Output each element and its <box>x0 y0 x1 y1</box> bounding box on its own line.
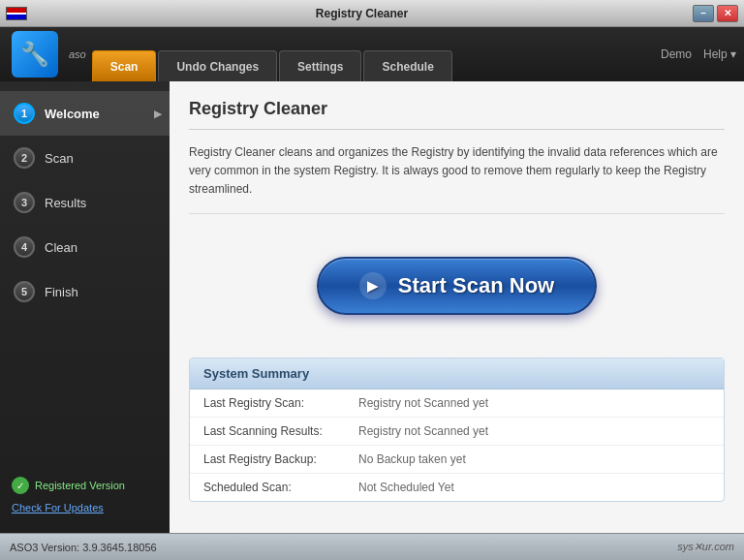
sidebar-label-finish: Finish <box>45 285 78 299</box>
content-description: Registry Cleaner cleans and organizes th… <box>189 143 725 214</box>
window-title: Registry Cleaner <box>31 7 693 20</box>
registered-label: Registered Version <box>35 480 125 491</box>
step-3-circle: 3 <box>14 192 35 213</box>
status-logo: sys✕ur.com <box>677 541 734 553</box>
system-summary: System Summary Last Registry Scan: Regis… <box>189 358 725 502</box>
registered-icon: ✓ <box>12 477 29 494</box>
sidebar-item-finish[interactable]: 5 Finish <box>0 269 170 314</box>
step-2-circle: 2 <box>14 147 35 169</box>
play-icon: ▶ <box>359 272 387 299</box>
summary-value-3: Not Scheduled Yet <box>358 481 454 494</box>
step-4-circle: 4 <box>14 236 35 258</box>
tab-schedule[interactable]: Schedule <box>363 50 451 81</box>
aso-label: aso <box>69 48 86 60</box>
summary-value-0: Registry not Scanned yet <box>358 396 488 410</box>
version-text: ASO3 Version: 3.9.3645.18056 <box>10 542 157 553</box>
sidebar-label-results: Results <box>45 196 86 210</box>
toolbar-tabs: Scan Undo Changes Settings Schedule <box>92 27 452 81</box>
flag-icon <box>6 7 27 20</box>
main-container: 1 Welcome 2 Scan 3 Results 4 Clean 5 Fin… <box>0 81 744 533</box>
summary-value-1: Registry not Scanned yet <box>358 424 488 438</box>
close-button[interactable]: ✕ <box>717 5 738 22</box>
tab-settings[interactable]: Settings <box>279 50 361 81</box>
start-scan-button[interactable]: ▶ Start Scan Now <box>317 257 597 315</box>
sidebar-item-clean[interactable]: 4 Clean <box>0 225 170 269</box>
sidebar-item-scan[interactable]: 2 Scan <box>0 136 170 180</box>
scan-button-label: Start Scan Now <box>398 273 554 298</box>
summary-header: System Summary <box>190 358 724 389</box>
content-area: Registry Cleaner Registry Cleaner cleans… <box>170 81 744 533</box>
summary-label-3: Scheduled Scan: <box>203 481 358 494</box>
logo-icon <box>12 31 58 78</box>
title-bar: Registry Cleaner – ✕ <box>0 0 744 27</box>
tab-scan[interactable]: Scan <box>92 50 157 81</box>
tab-undo-changes[interactable]: Undo Changes <box>158 50 277 81</box>
help-link[interactable]: Help ▾ <box>703 47 736 61</box>
demo-link[interactable]: Demo <box>661 47 692 61</box>
summary-label-2: Last Registry Backup: <box>203 452 358 466</box>
check-updates-link[interactable]: Check For Updates <box>12 502 158 513</box>
page-title: Registry Cleaner <box>189 99 725 130</box>
summary-row-3: Scheduled Scan: Not Scheduled Yet <box>190 474 724 501</box>
step-1-circle: 1 <box>14 103 35 124</box>
sidebar-label-welcome: Welcome <box>45 107 100 121</box>
summary-row-0: Last Registry Scan: Registry not Scanned… <box>190 389 724 418</box>
minimize-button[interactable]: – <box>693 5 714 22</box>
step-5-circle: 5 <box>14 281 35 302</box>
app-logo <box>8 28 61 81</box>
summary-row-2: Last Registry Backup: No Backup taken ye… <box>190 446 724 474</box>
sidebar-item-welcome[interactable]: 1 Welcome <box>0 91 170 136</box>
scan-button-container: ▶ Start Scan Now <box>189 228 725 344</box>
status-bar: ASO3 Version: 3.9.3645.18056 sys✕ur.com <box>0 533 744 560</box>
summary-label-1: Last Scanning Results: <box>203 424 358 438</box>
sidebar-item-results[interactable]: 3 Results <box>0 180 170 225</box>
sidebar-label-clean: Clean <box>45 240 78 255</box>
summary-row-1: Last Scanning Results: Registry not Scan… <box>190 418 724 446</box>
summary-label-0: Last Registry Scan: <box>203 396 358 410</box>
summary-value-2: No Backup taken yet <box>358 452 466 466</box>
toolbar-right: Demo Help ▾ <box>661 47 736 61</box>
window-controls: – ✕ <box>693 5 738 22</box>
sidebar-label-scan: Scan <box>45 151 74 166</box>
sidebar: 1 Welcome 2 Scan 3 Results 4 Clean 5 Fin… <box>0 81 170 533</box>
sidebar-bottom: ✓ Registered Version Check For Updates <box>0 467 170 523</box>
registered-badge: ✓ Registered Version <box>12 477 158 494</box>
toolbar: aso Scan Undo Changes Settings Schedule … <box>0 27 744 81</box>
